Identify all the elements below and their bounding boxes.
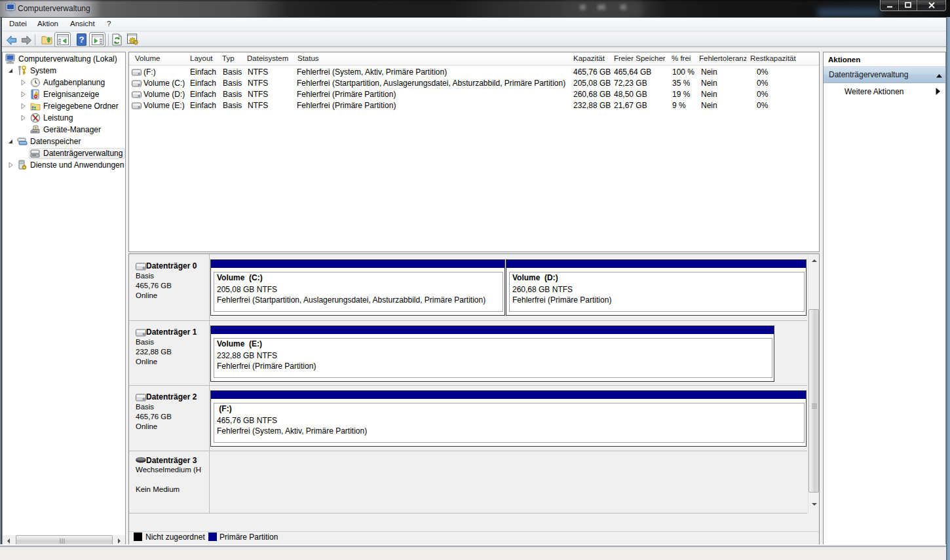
svg-text:?: ? — [79, 35, 84, 45]
